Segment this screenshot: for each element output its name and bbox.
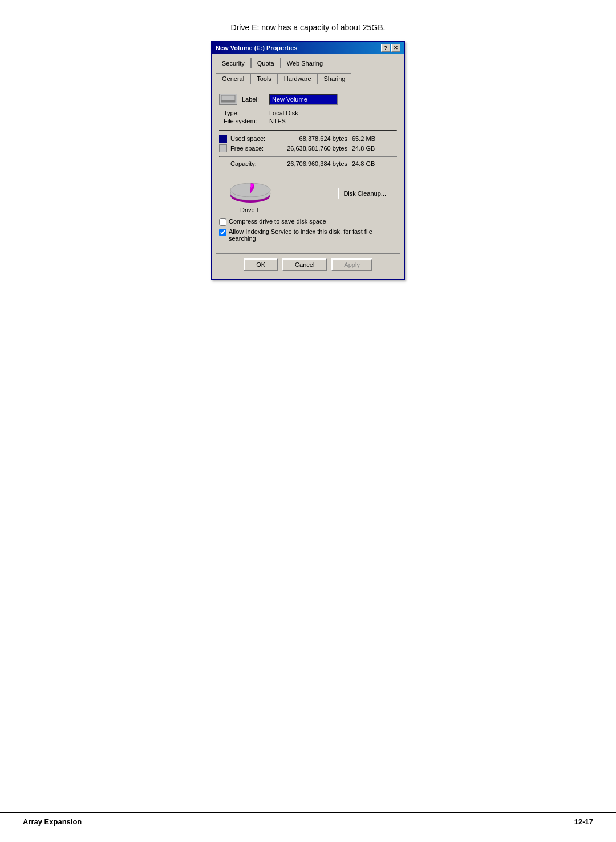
dialog-title: New Volume (E:) Properties [216,44,381,51]
tab-quota[interactable]: Quota [251,58,281,68]
dialog-titlebar: New Volume (E:) Properties ? ✕ [212,42,404,54]
titlebar-buttons: ? ✕ [381,44,400,52]
tab-content-general: Label: Type: Local Disk File system: NTF… [216,89,400,249]
info-grid: Type: Local Disk File system: NTFS [224,110,397,124]
type-row: Type: Local Disk [224,110,397,116]
compress-checkbox-row: Compress drive to save disk space [219,218,397,226]
capacity-row: Capacity: 26,706,960,384 bytes 24.8 GB [230,160,397,167]
used-space-mb: 65.2 MB [352,135,375,142]
apply-button[interactable]: Apply [331,258,372,271]
help-button[interactable]: ? [381,44,390,52]
label-input[interactable] [269,94,338,105]
svg-rect-1 [221,100,235,102]
filesystem-label: File system: [224,118,269,124]
tab-general[interactable]: General [216,73,250,84]
label-field-label: Label: [242,96,265,103]
footer-right: 12-17 [574,817,593,826]
chart-area: Drive E Disk Cleanup... [219,173,397,213]
used-space-indicator [219,135,227,143]
capacity-bytes: 26,706,960,384 bytes [273,160,347,167]
pie-chart [225,173,276,204]
tab-hardware[interactable]: Hardware [278,73,318,84]
footer-left: Array Expansion [23,817,82,826]
ok-button[interactable]: OK [244,258,278,271]
free-space-bytes: 26,638,581,760 bytes [273,145,347,152]
drive-icon [219,94,237,105]
free-space-indicator [219,144,227,152]
tab-sharing[interactable]: Sharing [318,73,352,84]
tab-strip-row1: Security Quota Web Sharing [216,57,400,68]
tab-security[interactable]: Security [216,58,251,68]
disk-cleanup-button[interactable]: Disk Cleanup... [338,188,391,199]
indexing-label[interactable]: Allow Indexing Service to index this dis… [229,228,397,242]
used-space-bytes: 68,378,624 bytes [273,135,347,142]
drive-label: Drive E [240,207,261,213]
cancel-button[interactable]: Cancel [282,258,327,271]
close-button[interactable]: ✕ [391,44,400,52]
indexing-checkbox-row: Allow Indexing Service to index this dis… [219,228,397,242]
page-content: Drive E: now has a capacity of about 25G… [0,0,616,303]
properties-dialog: New Volume (E:) Properties ? ✕ Security … [211,41,405,280]
free-space-gb: 24.8 GB [352,145,375,152]
filesystem-value: NTFS [269,118,286,124]
tab-strip-row2: General Tools Hardware Sharing [216,72,400,84]
divider2 [219,156,397,157]
type-label: Type: [224,110,269,116]
indexing-checkbox[interactable] [219,229,226,236]
pie-container: Drive E [225,173,276,213]
tab-web-sharing[interactable]: Web Sharing [281,58,329,68]
intro-text: Drive E: now has a capacity of about 25G… [114,23,502,32]
dialog-body: Security Quota Web Sharing General Tools… [212,54,404,279]
page-footer: Array Expansion 12-17 [0,812,616,831]
capacity-label: Capacity: [230,160,273,167]
free-space-label: Free space: [230,145,273,152]
used-space-label: Used space: [230,135,273,142]
free-space-row: Free space: 26,638,581,760 bytes 24.8 GB [219,144,397,152]
type-value: Local Disk [269,110,298,116]
tab-tools[interactable]: Tools [250,73,278,84]
filesystem-row: File system: NTFS [224,118,397,124]
divider1 [219,130,397,131]
capacity-gb: 24.8 GB [352,160,375,167]
compress-checkbox[interactable] [219,218,226,226]
label-row: Label: [219,94,397,105]
used-space-row: Used space: 68,378,624 bytes 65.2 MB [219,135,397,143]
compress-label[interactable]: Compress drive to save disk space [229,218,326,225]
dialog-footer: OK Cancel Apply [216,253,400,276]
